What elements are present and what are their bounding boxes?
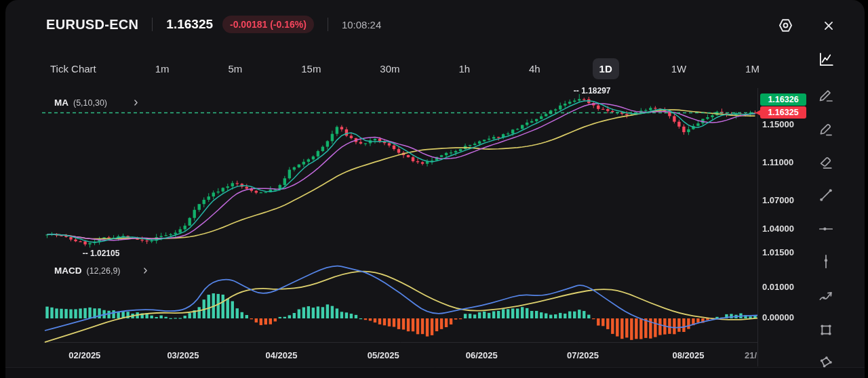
low-price-annotation: -- 1.02105 bbox=[83, 249, 120, 258]
tool-polygon[interactable] bbox=[816, 352, 836, 373]
polygon-icon bbox=[817, 354, 835, 371]
trading-app: EURUSD-ECN 1.16325 -0.00181 (-0.16%) 10:… bbox=[0, 0, 868, 378]
price-tick: 1.01500 bbox=[762, 247, 794, 257]
ma-params: (5,10,30) bbox=[73, 98, 107, 108]
horizontal-line-icon bbox=[817, 220, 835, 238]
close-button[interactable] bbox=[821, 18, 836, 35]
timeframe-1w[interactable]: 1W bbox=[665, 58, 694, 79]
price-tick: 1.07000 bbox=[762, 195, 794, 205]
macd-label: MACD bbox=[54, 266, 82, 276]
x-axis-label: 04/2025 bbox=[265, 350, 297, 360]
gear-icon bbox=[776, 26, 795, 37]
x-axis-label: 06/2025 bbox=[466, 350, 498, 360]
tool-vertical-line[interactable] bbox=[816, 251, 836, 272]
macd-params: (12,26,9) bbox=[87, 266, 121, 276]
timeframe-tick-chart[interactable]: Tick Chart bbox=[43, 58, 103, 79]
macd-indicator-legend[interactable]: MACD (12,26,9) bbox=[54, 266, 150, 276]
ask-price-badge: 1.16326 bbox=[760, 93, 806, 106]
tool-trend-line[interactable] bbox=[816, 185, 836, 205]
rectangle-icon bbox=[817, 321, 835, 339]
vertical-line-icon bbox=[817, 253, 835, 270]
price-tick: 1.15000 bbox=[762, 119, 794, 129]
x-axis-label: 03/2025 bbox=[167, 350, 199, 360]
marker-icon bbox=[817, 120, 835, 138]
tool-rectangle[interactable] bbox=[816, 320, 836, 340]
last-price: 1.16325 bbox=[166, 17, 213, 32]
timeframe-1m[interactable]: 1m bbox=[149, 58, 176, 79]
tool-marker[interactable] bbox=[816, 119, 836, 139]
x-axis-label: 08/2025 bbox=[673, 350, 705, 360]
close-icon bbox=[821, 25, 836, 35]
trend-line-icon bbox=[817, 186, 835, 204]
timeframe-1h[interactable]: 1h bbox=[452, 58, 477, 79]
price-tick: 1.11000 bbox=[762, 157, 793, 167]
timeframe-15m[interactable]: 15m bbox=[294, 58, 328, 79]
timeframe-30m[interactable]: 30m bbox=[373, 58, 406, 79]
x-axis-label: 21/ bbox=[745, 350, 757, 360]
tool-line-chart[interactable] bbox=[816, 49, 836, 70]
tool-eraser[interactable] bbox=[816, 152, 836, 172]
pencil-icon bbox=[817, 86, 835, 104]
header-divider bbox=[152, 18, 153, 31]
timeframe-1m[interactable]: 1M bbox=[738, 58, 766, 79]
ma-label: MA bbox=[54, 98, 68, 108]
eraser-icon bbox=[817, 153, 835, 171]
x-axis-label: 05/2025 bbox=[368, 350, 399, 360]
symbol-title: EURUSD-ECN bbox=[46, 17, 138, 33]
clock: 10:08:24 bbox=[342, 19, 381, 30]
high-price-annotation: -- 1.18297 bbox=[574, 86, 611, 96]
chevron-right-icon bbox=[141, 266, 150, 275]
ma-indicator-legend[interactable]: MA (5,10,30) bbox=[54, 98, 140, 108]
line-chart-icon bbox=[817, 51, 835, 68]
x-axis-label: 02/2025 bbox=[68, 350, 100, 360]
tool-horizontal-line[interactable] bbox=[816, 219, 836, 239]
timeframe-bar: Tick Chart1m5m15m30m1h4h1D1W1M bbox=[43, 54, 766, 83]
x-axis-label: 07/2025 bbox=[567, 350, 599, 360]
bid-price-badge: 1.16325 bbox=[760, 106, 806, 119]
header-divider bbox=[328, 18, 328, 31]
timeframe-4h[interactable]: 4h bbox=[522, 58, 547, 79]
macd-tick: 0.00000 bbox=[762, 312, 794, 322]
timeframe-5m[interactable]: 5m bbox=[221, 58, 249, 79]
macd-tick: 0.01000 bbox=[762, 282, 794, 292]
tool-pencil[interactable] bbox=[816, 85, 836, 105]
tool-wave-arrow[interactable] bbox=[816, 286, 836, 306]
chevron-right-icon bbox=[132, 98, 140, 107]
price-tick: 1.04000 bbox=[762, 224, 794, 234]
settings-button[interactable] bbox=[776, 16, 795, 37]
price-change-badge: -0.00181 (-0.16%) bbox=[222, 16, 314, 33]
wave-arrow-icon bbox=[817, 287, 835, 305]
timeframe-1d[interactable]: 1D bbox=[593, 58, 619, 79]
header: EURUSD-ECN 1.16325 -0.00181 (-0.16%) 10:… bbox=[46, 0, 381, 49]
